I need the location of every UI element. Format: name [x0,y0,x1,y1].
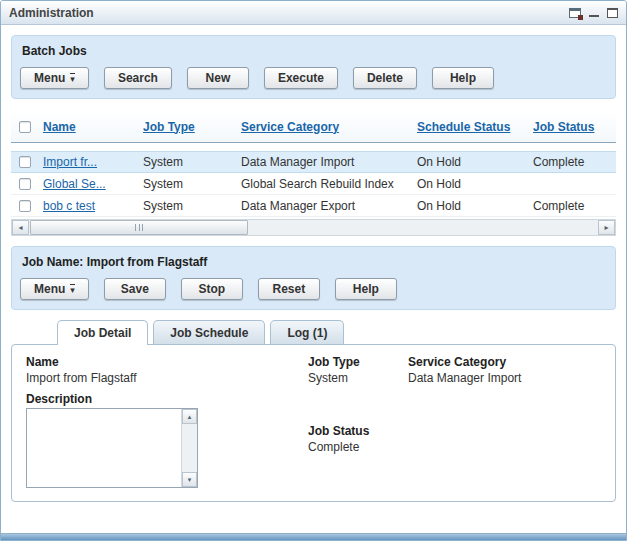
column-header-schedule-status[interactable]: Schedule Status [417,120,510,134]
batch-jobs-toolbar: Menu ▾ Search New Execute Delete Help [20,67,607,89]
scroll-up-icon: ▴ [188,413,192,421]
window-bottom-edge [1,533,626,540]
column-header-service-category[interactable]: Service Category [241,120,339,134]
form-left-column: Name Import from Flagstaff Description ▴… [26,355,256,488]
service-category-cell: Data Manager Import [237,155,413,169]
batch-jobs-title: Batch Jobs [22,44,607,59]
job-status-cell: Complete [529,155,616,169]
description-label: Description [26,392,256,406]
job-status-value: Complete [308,440,404,454]
service-category-label: Service Category [408,355,521,369]
job-name-title: Job Name: Import from Flagstaff [22,255,607,270]
administration-window: Administration Batch Jobs Menu ▾ Search … [0,0,627,541]
description-box: ▴ ▾ [26,408,198,488]
scrollbar-track[interactable] [29,220,598,235]
row-checkbox[interactable] [19,200,31,212]
schedule-status-cell: On Hold [413,177,529,191]
window-title: Administration [9,6,94,20]
column-header-name[interactable]: Name [43,120,76,134]
table-header-row: Name Job Type Service Category Schedule … [11,111,616,143]
scroll-right-button[interactable]: ▸ [598,220,615,235]
schedule-status-cell: On Hold [413,199,529,213]
table-header-spacer [11,143,616,151]
service-category-value: Data Manager Import [408,371,521,385]
job-type-cell: System [139,199,237,213]
row-checkbox[interactable] [19,156,31,168]
scroll-right-icon: ▸ [604,223,608,232]
scroll-down-icon: ▾ [188,476,192,484]
job-detail-content: Name Import from Flagstaff Description ▴… [11,344,616,502]
detail-menu-button[interactable]: Menu ▾ [20,278,89,300]
stop-button[interactable]: Stop [181,278,243,300]
search-button[interactable]: Search [104,67,172,89]
scrollbar-thumb[interactable] [30,220,248,235]
name-value: Import from Flagstaff [26,371,256,385]
job-name-toolbar: Menu ▾ Save Stop Reset Help [20,278,607,300]
job-name-panel: Job Name: Import from Flagstaff Menu ▾ S… [11,246,616,310]
tab-label: Job Detail [74,326,131,340]
column-header-job-status[interactable]: Job Status [533,120,594,134]
batch-menu-label: Menu [34,71,65,85]
minimize-icon[interactable] [589,8,599,18]
menu-dropdown-icon: ▾ [70,284,75,295]
execute-button[interactable]: Execute [264,67,338,89]
tab-label: Log (1) [287,326,327,340]
detail-menu-label: Menu [34,282,65,296]
title-bar[interactable]: Administration [1,1,626,25]
schedule-status-cell: On Hold [413,155,529,169]
jobs-table: Name Job Type Service Category Schedule … [11,111,616,217]
job-type-cell: System [139,177,237,191]
select-all-checkbox[interactable] [19,121,31,133]
job-name-link[interactable]: bob c test [43,199,95,213]
job-type-label: Job Type [308,355,404,369]
job-type-value: System [308,371,404,385]
batch-jobs-panel: Batch Jobs Menu ▾ Search New Execute Del… [11,35,616,99]
service-category-cell: Global Search Rebuild Index [237,177,413,191]
tab-label: Job Schedule [170,326,248,340]
new-button[interactable]: New [187,67,249,89]
table-row[interactable]: Import fr... System Data Manager Import … [11,151,616,173]
form-right-column: Service Category Data Manager Import [408,355,521,392]
job-type-cell: System [139,155,237,169]
popout-icon[interactable] [569,8,581,18]
tab-log[interactable]: Log (1) [270,320,344,344]
batch-help-button[interactable]: Help [432,67,494,89]
detail-tabs: Job Detail Job Schedule Log (1) [11,320,616,344]
tab-job-schedule[interactable]: Job Schedule [153,320,265,344]
description-textarea[interactable] [27,409,181,487]
service-category-cell: Data Manager Export [237,199,413,213]
job-status-cell: Complete [529,199,616,213]
table-row[interactable]: bob c test System Data Manager Export On… [11,195,616,217]
row-checkbox[interactable] [19,178,31,190]
column-header-job-type[interactable]: Job Type [143,120,195,134]
description-scrollbar[interactable]: ▴ ▾ [181,409,197,487]
scrollbar-grip-icon [135,224,143,231]
delete-button[interactable]: Delete [353,67,417,89]
job-name-link[interactable]: Global Se... [43,177,106,191]
scroll-up-button[interactable]: ▴ [182,409,197,424]
form-middle-column: Job Type System Job Status Complete [308,355,404,461]
form-gap [308,392,404,424]
job-status-label: Job Status [308,424,404,438]
reset-button[interactable]: Reset [258,278,320,300]
tab-job-detail[interactable]: Job Detail [57,320,148,345]
maximize-icon[interactable] [607,8,618,18]
job-name-link[interactable]: Import fr... [43,155,97,169]
name-label: Name [26,355,256,369]
scroll-left-icon: ◂ [18,223,22,232]
scroll-down-button[interactable]: ▾ [182,472,197,487]
detail-help-button[interactable]: Help [335,278,397,300]
scroll-left-button[interactable]: ◂ [12,220,29,235]
window-controls [569,8,618,18]
menu-dropdown-icon: ▾ [70,73,75,84]
horizontal-scrollbar[interactable]: ◂ ▸ [11,219,616,236]
save-button[interactable]: Save [104,278,166,300]
batch-menu-button[interactable]: Menu ▾ [20,67,89,89]
table-row[interactable]: Global Se... System Global Search Rebuil… [11,173,616,195]
